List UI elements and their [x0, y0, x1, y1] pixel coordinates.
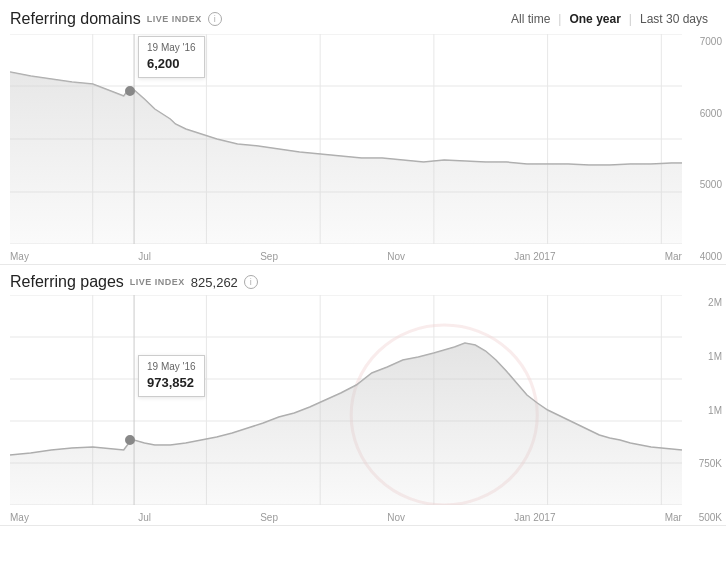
chart1-tooltip-value: 6,200: [147, 55, 196, 73]
chart2-y-axis: 2M 1M 1M 750K 500K: [686, 295, 722, 525]
chart1-x-axis: May Jul Sep Nov Jan 2017 Mar: [10, 251, 682, 262]
y2-label-1m-bot: 1M: [686, 405, 722, 416]
chart2-svg: [10, 295, 682, 505]
x2-label-sep: Sep: [260, 512, 278, 523]
filter-one-year[interactable]: One year: [561, 10, 628, 28]
chart1-y-axis: 7000 6000 5000 4000: [686, 34, 722, 264]
x2-label-mar: Mar: [665, 512, 682, 523]
referring-domains-section: Referring domains LIVE INDEX i All time …: [0, 0, 726, 265]
chart2-x-axis: May Jul Sep Nov Jan 2017 Mar: [10, 512, 682, 523]
chart2-tooltip-date: 19 May '16: [147, 360, 196, 374]
referring-pages-section: Referring pages LIVE INDEX 825,262 i: [0, 265, 726, 526]
y2-label-500k: 500K: [686, 512, 722, 523]
svg-marker-11: [10, 72, 682, 244]
chart1-live-badge: LIVE INDEX: [147, 14, 202, 24]
chart2-header: Referring pages LIVE INDEX 825,262 i: [0, 273, 726, 295]
chart1-header: Referring domains LIVE INDEX i All time …: [0, 10, 726, 34]
x2-label-nov: Nov: [387, 512, 405, 523]
chart2-wrapper: 19 May '16 973,852 2M 1M 1M 750K 500K Ma…: [0, 295, 726, 525]
chart2-live-badge: LIVE INDEX: [130, 277, 185, 287]
time-filters: All time | One year | Last 30 days: [503, 10, 716, 28]
chart2-container: 19 May '16 973,852 2M 1M 1M 750K 500K Ma…: [0, 295, 726, 525]
y2-label-1m-top: 1M: [686, 351, 722, 362]
y-label-5000: 5000: [686, 179, 722, 190]
chart1-container: 19 May '16 6,200 7000 6000 5000 4000 May…: [0, 34, 726, 264]
chart1-title: Referring domains: [10, 10, 141, 28]
chart1-dot-marker: [125, 86, 135, 96]
x2-label-jan: Jan 2017: [514, 512, 555, 523]
x-label-sep: Sep: [260, 251, 278, 262]
filter-last-30[interactable]: Last 30 days: [632, 10, 716, 28]
chart1-title-area: Referring domains LIVE INDEX i: [10, 10, 222, 28]
chart2-subtitle-value: 825,262: [191, 275, 238, 290]
chart2-area: 19 May '16 973,852: [10, 295, 682, 505]
chart2-tooltip: 19 May '16 973,852: [138, 355, 205, 397]
filter-all-time[interactable]: All time: [503, 10, 558, 28]
x-label-nov: Nov: [387, 251, 405, 262]
x2-label-jul: Jul: [138, 512, 151, 523]
chart2-dot-marker: [125, 435, 135, 445]
x-label-jul: Jul: [138, 251, 151, 262]
x2-label-may: May: [10, 512, 29, 523]
chart1-wrapper: 19 May '16 6,200 7000 6000 5000 4000 May…: [0, 34, 726, 264]
x-label-jan: Jan 2017: [514, 251, 555, 262]
x-label-mar: Mar: [665, 251, 682, 262]
y2-label-2m: 2M: [686, 297, 722, 308]
chart2-info-icon[interactable]: i: [244, 275, 258, 289]
y-label-6000: 6000: [686, 108, 722, 119]
y-label-7000: 7000: [686, 36, 722, 47]
chart1-svg: [10, 34, 682, 244]
y2-label-750k: 750K: [686, 458, 722, 469]
chart1-tooltip: 19 May '16 6,200: [138, 36, 205, 78]
x-label-may: May: [10, 251, 29, 262]
chart2-title-area: Referring pages LIVE INDEX 825,262 i: [10, 273, 258, 291]
chart2-tooltip-value: 973,852: [147, 374, 196, 392]
y-label-4000: 4000: [686, 251, 722, 262]
chart1-tooltip-date: 19 May '16: [147, 41, 196, 55]
svg-marker-26: [10, 343, 682, 505]
chart1-area: 19 May '16 6,200: [10, 34, 682, 244]
chart2-title: Referring pages: [10, 273, 124, 291]
chart1-info-icon[interactable]: i: [208, 12, 222, 26]
